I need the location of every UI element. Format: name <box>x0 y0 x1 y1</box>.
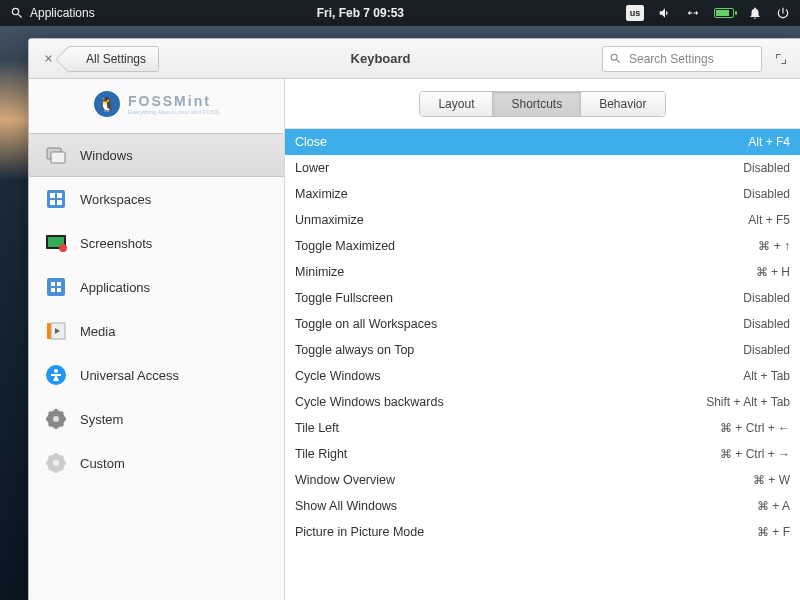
shortcut-value: Disabled <box>743 161 790 175</box>
svg-rect-10 <box>47 278 65 296</box>
shortcut-name: Close <box>295 135 748 149</box>
sidebar-item-label: Media <box>80 324 115 339</box>
applications-menu[interactable]: Applications <box>10 6 95 20</box>
sidebar-item-screenshots[interactable]: Screenshots <box>29 221 284 265</box>
shortcut-name: Window Overview <box>295 473 753 487</box>
sidebar-item-applications[interactable]: Applications <box>29 265 284 309</box>
shortcut-row[interactable]: CloseAlt + F4 <box>285 129 800 155</box>
shortcut-value: ⌘ + ↑ <box>758 239 790 253</box>
shortcut-row[interactable]: LowerDisabled <box>285 155 800 181</box>
svg-point-23 <box>53 460 59 466</box>
shortcut-row[interactable]: Show All Windows⌘ + A <box>285 493 800 519</box>
maximize-button[interactable] <box>770 48 792 70</box>
category-icon <box>44 187 68 211</box>
svg-rect-6 <box>57 200 62 205</box>
shortcut-list[interactable]: CloseAlt + F4LowerDisabledMaximizeDisabl… <box>285 129 800 600</box>
sidebar-item-windows[interactable]: Windows <box>29 133 284 177</box>
applications-label: Applications <box>30 6 95 20</box>
sidebar-item-custom[interactable]: Custom <box>29 441 284 485</box>
category-icon <box>44 275 68 299</box>
sidebar-item-system[interactable]: System <box>29 397 284 441</box>
network-icon[interactable] <box>686 6 700 20</box>
sidebar-item-label: System <box>80 412 123 427</box>
shortcut-name: Toggle Fullscreen <box>295 291 743 305</box>
shortcut-name: Toggle on all Workspaces <box>295 317 743 331</box>
shortcut-row[interactable]: Toggle FullscreenDisabled <box>285 285 800 311</box>
shortcut-row[interactable]: Toggle Maximized⌘ + ↑ <box>285 233 800 259</box>
window-title: Keyboard <box>167 51 594 66</box>
category-icon <box>44 143 68 167</box>
penguin-icon: 🐧 <box>94 91 120 117</box>
tab-shortcuts[interactable]: Shortcuts <box>493 92 581 116</box>
volume-icon[interactable] <box>658 6 672 20</box>
shortcut-value: ⌘ + Ctrl + ← <box>720 421 790 435</box>
shortcut-name: Unmaximize <box>295 213 748 227</box>
sidebar-item-label: Custom <box>80 456 125 471</box>
svg-rect-13 <box>51 288 55 292</box>
search-placeholder: Search Settings <box>629 52 714 66</box>
notifications-icon[interactable] <box>748 6 762 20</box>
sidebar-item-media[interactable]: Media <box>29 309 284 353</box>
shortcut-row[interactable]: MaximizeDisabled <box>285 181 800 207</box>
all-settings-button[interactable]: All Settings <box>67 46 159 72</box>
logo-subtext: Everything About Linux and FOSS <box>128 109 219 115</box>
shortcut-row[interactable]: Cycle WindowsAlt + Tab <box>285 363 800 389</box>
shortcut-row[interactable]: Cycle Windows backwardsShift + Alt + Tab <box>285 389 800 415</box>
maximize-icon <box>775 53 787 65</box>
category-icon <box>44 231 68 255</box>
keyboard-layout-indicator[interactable]: us <box>626 5 644 21</box>
svg-rect-1 <box>51 152 65 163</box>
top-panel: Applications Fri, Feb 7 09:53 us <box>0 0 800 26</box>
back-label: All Settings <box>86 52 146 66</box>
search-settings-input[interactable]: Search Settings <box>602 46 762 72</box>
shortcut-row[interactable]: UnmaximizeAlt + F5 <box>285 207 800 233</box>
svg-point-9 <box>59 244 67 252</box>
svg-rect-11 <box>51 282 55 286</box>
shortcut-value: Alt + F4 <box>748 135 790 149</box>
svg-point-19 <box>54 369 58 373</box>
tab-layout[interactable]: Layout <box>420 92 493 116</box>
tab-behavior[interactable]: Behavior <box>581 92 664 116</box>
category-icon <box>44 319 68 343</box>
svg-rect-3 <box>50 193 55 198</box>
svg-rect-5 <box>50 200 55 205</box>
power-icon[interactable] <box>776 6 790 20</box>
shortcut-row[interactable]: Tile Left⌘ + Ctrl + ← <box>285 415 800 441</box>
shortcut-value: Disabled <box>743 343 790 357</box>
svg-point-21 <box>53 416 59 422</box>
sidebar-item-universal-access[interactable]: Universal Access <box>29 353 284 397</box>
shortcut-name: Cycle Windows <box>295 369 743 383</box>
shortcut-row[interactable]: Window Overview⌘ + W <box>285 467 800 493</box>
category-icon <box>44 363 68 387</box>
shortcut-name: Maximize <box>295 187 743 201</box>
shortcut-row[interactable]: Picture in Picture Mode⌘ + F <box>285 519 800 545</box>
shortcut-row[interactable]: Tile Right⌘ + Ctrl + → <box>285 441 800 467</box>
shortcut-name: Picture in Picture Mode <box>295 525 757 539</box>
shortcut-name: Tile Left <box>295 421 720 435</box>
shortcut-name: Toggle Maximized <box>295 239 758 253</box>
category-icon <box>44 407 68 431</box>
shortcut-value: ⌘ + A <box>757 499 790 513</box>
sidebar-item-label: Workspaces <box>80 192 151 207</box>
svg-rect-4 <box>57 193 62 198</box>
shortcut-row[interactable]: Minimize⌘ + H <box>285 259 800 285</box>
shortcut-value: ⌘ + H <box>756 265 790 279</box>
shortcut-name: Show All Windows <box>295 499 757 513</box>
clock[interactable]: Fri, Feb 7 09:53 <box>95 6 626 20</box>
logo: 🐧 FOSSMint Everything About Linux and FO… <box>29 79 284 129</box>
headerbar: All Settings Keyboard Search Settings <box>29 39 800 79</box>
svg-rect-12 <box>57 282 61 286</box>
shortcut-value: Disabled <box>743 187 790 201</box>
sidebar-item-label: Applications <box>80 280 150 295</box>
search-icon <box>609 52 622 65</box>
sidebar-item-workspaces[interactable]: Workspaces <box>29 177 284 221</box>
search-icon <box>10 6 24 20</box>
shortcut-value: ⌘ + Ctrl + → <box>720 447 790 461</box>
shortcut-row[interactable]: Toggle on all WorkspacesDisabled <box>285 311 800 337</box>
shortcut-name: Cycle Windows backwards <box>295 395 706 409</box>
shortcut-row[interactable]: Toggle always on TopDisabled <box>285 337 800 363</box>
category-sidebar: 🐧 FOSSMint Everything About Linux and FO… <box>29 79 285 600</box>
shortcut-name: Lower <box>295 161 743 175</box>
battery-icon[interactable] <box>714 8 734 18</box>
svg-rect-15 <box>47 323 51 339</box>
